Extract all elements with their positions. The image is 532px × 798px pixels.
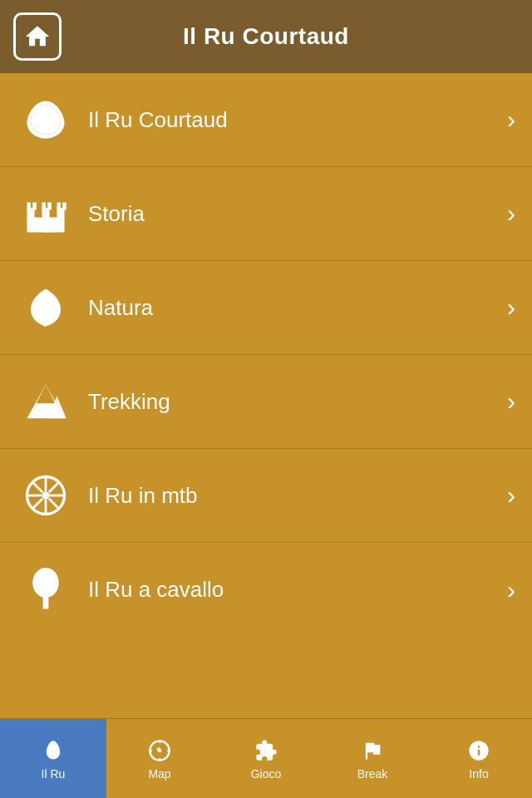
wheel-icon bbox=[17, 466, 75, 525]
tree-icon bbox=[17, 561, 75, 619]
svg-rect-26 bbox=[43, 595, 49, 608]
menu-item-trekking[interactable]: Trekking › bbox=[0, 355, 532, 449]
svg-line-22 bbox=[49, 499, 60, 510]
menu-item-il-ru-courtaud[interactable]: Il Ru Courtaud › bbox=[0, 73, 532, 167]
menu-item-il-ru-a-cavallo[interactable]: Il Ru a cavallo › bbox=[0, 543, 532, 637]
chevron-right-icon: › bbox=[507, 481, 515, 510]
mountain-icon bbox=[17, 372, 75, 431]
tab-label: Il Ru bbox=[42, 767, 66, 781]
compass-tab-icon bbox=[146, 737, 173, 764]
svg-rect-4 bbox=[27, 203, 32, 210]
page-title: Il Ru Courtaud bbox=[183, 23, 349, 50]
home-icon bbox=[23, 22, 52, 51]
svg-point-25 bbox=[32, 568, 59, 598]
flag-tab-icon bbox=[359, 737, 386, 764]
chevron-right-icon: › bbox=[507, 387, 515, 416]
menu-item-label: Il Ru Courtaud bbox=[88, 107, 499, 133]
tab-info[interactable]: Info bbox=[426, 719, 532, 798]
chevron-right-icon: › bbox=[507, 106, 515, 134]
drop-icon bbox=[17, 91, 75, 149]
app-header: Il Ru Courtaud bbox=[0, 0, 532, 73]
info-tab-icon bbox=[466, 737, 492, 764]
svg-rect-9 bbox=[62, 203, 66, 210]
svg-rect-10 bbox=[42, 222, 50, 232]
svg-rect-5 bbox=[32, 203, 37, 210]
leaf-icon bbox=[17, 278, 75, 337]
menu-item-label: Il Ru in mtb bbox=[88, 483, 499, 509]
menu-item-natura[interactable]: Natura › bbox=[0, 261, 532, 355]
tab-bar: Il Ru Map Gioco Break bbox=[0, 718, 532, 798]
chevron-right-icon: › bbox=[507, 293, 515, 322]
main-content: Il Ru Courtaud › St bbox=[0, 73, 532, 791]
tab-label: Gioco bbox=[251, 767, 282, 781]
menu-item-label: Natura bbox=[88, 295, 499, 321]
tab-break[interactable]: Break bbox=[319, 719, 426, 798]
svg-line-21 bbox=[32, 482, 43, 493]
drop-tab-icon bbox=[40, 737, 66, 764]
tab-label: Map bbox=[148, 767, 170, 781]
tab-map[interactable]: Map bbox=[106, 719, 213, 798]
menu-list: Il Ru Courtaud › St bbox=[0, 73, 532, 637]
svg-line-23 bbox=[49, 482, 60, 493]
svg-rect-6 bbox=[42, 203, 47, 210]
menu-item-label: Storia bbox=[88, 201, 499, 227]
tab-label: Break bbox=[357, 767, 388, 781]
svg-rect-7 bbox=[47, 203, 52, 210]
svg-point-16 bbox=[42, 492, 50, 500]
tab-il-ru[interactable]: Il Ru bbox=[0, 719, 106, 798]
tab-label: Info bbox=[469, 767, 488, 781]
svg-rect-8 bbox=[57, 203, 62, 210]
chevron-right-icon: › bbox=[507, 576, 515, 604]
svg-marker-13 bbox=[37, 385, 56, 404]
home-button[interactable] bbox=[13, 12, 62, 61]
puzzle-tab-icon bbox=[253, 737, 279, 764]
svg-line-24 bbox=[32, 499, 43, 510]
chevron-right-icon: › bbox=[507, 200, 515, 228]
menu-item-il-ru-in-mtb[interactable]: Il Ru in mtb › bbox=[0, 449, 532, 543]
menu-item-label: Il Ru a cavallo bbox=[88, 577, 499, 603]
menu-item-storia[interactable]: Storia › bbox=[0, 167, 532, 261]
menu-item-label: Trekking bbox=[88, 389, 499, 415]
tab-gioco[interactable]: Gioco bbox=[213, 719, 319, 798]
castle-icon bbox=[17, 185, 75, 243]
